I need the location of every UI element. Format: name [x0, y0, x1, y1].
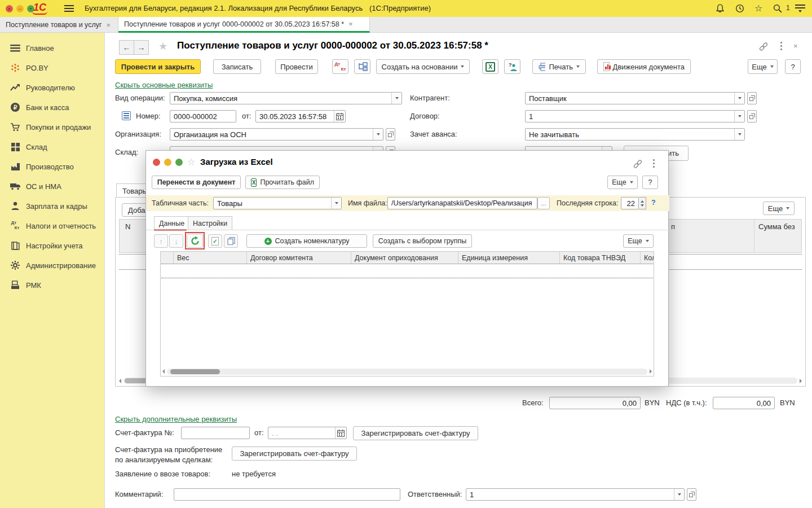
grid-column-weight[interactable]: Вес [174, 252, 247, 264]
sidebar-item-administrirovanie[interactable]: Администрирование [0, 257, 104, 274]
grid-horizontal-scrollbar[interactable] [162, 368, 652, 375]
create-with-group-button[interactable]: Создать с выбором группы [373, 234, 472, 248]
tab-settings[interactable]: Настройки [188, 216, 232, 230]
invoice-number-field[interactable] [181, 427, 250, 439]
dialog-close-button[interactable] [153, 159, 160, 166]
calendar-icon[interactable] [335, 427, 346, 439]
filename-field[interactable]: /Users/artyrkanapatskii/Desktop/Реализац… [387, 197, 537, 209]
tab-receipt-document[interactable]: Поступление товаров и услуг 0000-000002 … [118, 17, 370, 33]
sidebar-item-zarplata-kadry[interactable]: Зарплата и кадры [0, 198, 104, 214]
scrollbar-thumb[interactable] [170, 369, 220, 374]
browse-file-button[interactable]: ... [537, 197, 550, 209]
grid-column-icon[interactable] [161, 252, 174, 264]
refresh-button[interactable] [187, 234, 203, 248]
dialog-zoom-button[interactable] [175, 159, 183, 166]
contract-field[interactable]: 1 [525, 110, 745, 122]
kebab-menu-icon[interactable] [780, 42, 782, 50]
post-and-close-button[interactable]: Провести и закрыть [115, 59, 201, 74]
window-close-button[interactable]: × [6, 5, 13, 12]
favorites-star-icon[interactable]: ☆ [754, 3, 762, 14]
create-item-button[interactable]: Создать номенклатуру [246, 234, 367, 248]
transfer-to-document-button[interactable]: Перенести в документ [152, 176, 241, 189]
grid-column-tnved[interactable]: Код товара ТНВЭД [560, 252, 641, 264]
sidebar-item-nastroyki-ucheta[interactable]: Настройки учета [0, 237, 104, 254]
sidebar-item-pokupki-prodazhi[interactable]: Покупки и продажи [0, 119, 104, 135]
structure-button[interactable] [354, 59, 370, 74]
comment-field[interactable] [174, 488, 400, 501]
dialog-star-icon[interactable]: ☆ [187, 156, 195, 167]
sidebar-item-proizvodstvo[interactable]: Производство [0, 158, 104, 175]
dialog-kebab-icon[interactable] [653, 159, 655, 168]
last-row-spinner[interactable] [639, 197, 646, 209]
dialog-help-button[interactable]: ? [642, 176, 658, 189]
number-field[interactable]: 0000-000002 [170, 110, 236, 122]
grid-more-button[interactable]: Еще [623, 234, 654, 248]
grid-column-receipt-doc[interactable]: Документ оприходования [351, 252, 458, 264]
debit-credit-button[interactable] [332, 59, 348, 74]
assistant-button[interactable]: ? [504, 59, 520, 74]
dropdown-icon[interactable] [734, 93, 744, 104]
last-row-help-link[interactable]: ? [651, 199, 656, 207]
grid-empty-row[interactable] [161, 264, 653, 278]
dropdown-icon[interactable] [674, 489, 684, 500]
scroll-left-icon[interactable] [162, 369, 165, 374]
responsible-open-button[interactable] [687, 488, 696, 501]
hide-additional-requisites-link[interactable]: Скрыть дополнительные реквизиты [115, 415, 237, 423]
scroll-right-icon[interactable] [650, 369, 652, 374]
operation-type-field[interactable]: Покупка, комиссия [170, 92, 402, 104]
sidebar-item-rukovoditelyu[interactable]: Руководителю [0, 79, 104, 96]
validate-button[interactable] [208, 234, 222, 248]
dropdown-icon[interactable] [331, 198, 341, 209]
grid-column-unit[interactable]: Единица измерения [458, 252, 560, 264]
dropdown-icon[interactable] [734, 129, 744, 140]
last-row-field[interactable]: 22 [621, 197, 639, 209]
help-button[interactable]: ? [785, 59, 801, 74]
main-hamburger-icon[interactable] [64, 5, 74, 12]
create-based-on-button[interactable]: Создать на основании [376, 59, 470, 74]
form-close-icon[interactable] [793, 41, 798, 51]
register-invoice-analyzed-button[interactable]: Зарегистрировать счет-фактуру [232, 446, 357, 461]
excel-export-button[interactable] [482, 59, 498, 74]
date-field[interactable]: 30.05.2023 16:57:58 [255, 110, 346, 122]
sidebar-item-nalogi-otchetnost[interactable]: Налоги и отчетность [0, 217, 104, 234]
tab-receipt-list[interactable]: Поступление товаров и услуг [0, 17, 118, 33]
dropdown-icon[interactable] [734, 111, 744, 122]
move-up-button[interactable] [154, 234, 168, 248]
scroll-right-icon[interactable] [800, 379, 802, 383]
sidebar-item-sklad[interactable]: Склад [0, 138, 104, 155]
document-movements-button[interactable]: Движения документа [597, 59, 691, 74]
dropdown-icon[interactable] [373, 129, 383, 140]
search-icon[interactable] [773, 3, 783, 14]
grid-column-cut[interactable]: Кол [641, 252, 654, 264]
dialog-minimize-button[interactable] [164, 159, 171, 166]
hide-main-requisites-link[interactable]: Скрыть основные реквизиты [115, 81, 213, 89]
contractor-field[interactable]: Поставщик [525, 92, 745, 104]
print-button[interactable]: Печать [532, 59, 586, 74]
grid-column-contract[interactable]: Договор комитента [247, 252, 351, 264]
document-list-icon[interactable] [122, 111, 131, 120]
invoice-date-field[interactable]: . . [268, 427, 347, 439]
notifications-bell-icon[interactable] [715, 3, 725, 14]
favorite-star-icon[interactable]: ★ [158, 40, 167, 52]
table-part-field[interactable]: Товары [213, 197, 342, 209]
register-invoice-button[interactable]: Зарегистрировать счет-фактуру [353, 426, 478, 440]
sidebar-item-poby[interactable]: PO.BY [0, 59, 104, 76]
organization-open-button[interactable] [386, 128, 395, 141]
copy-button[interactable] [224, 234, 238, 248]
responsible-field[interactable]: 1 [466, 488, 685, 501]
sidebar-item-rmk[interactable]: РМК [0, 277, 104, 294]
read-file-button[interactable]: Прочитать файл [245, 176, 320, 189]
history-icon[interactable] [735, 3, 745, 14]
move-down-button[interactable] [169, 234, 183, 248]
back-button[interactable] [119, 40, 134, 55]
goods-more-button[interactable]: Еще [763, 202, 795, 215]
get-link-icon[interactable] [758, 42, 769, 51]
advance-offset-field[interactable]: Не зачитывать [525, 128, 745, 141]
dialog-link-icon[interactable] [632, 160, 643, 168]
dropdown-icon[interactable] [391, 93, 401, 104]
window-minimize-button[interactable]: − [16, 5, 24, 12]
post-button[interactable]: Провести [275, 59, 318, 74]
calendar-icon[interactable] [334, 111, 345, 122]
sidebar-item-bank-kassa[interactable]: Банк и касса [0, 99, 104, 116]
save-button[interactable]: Записать [213, 59, 261, 74]
